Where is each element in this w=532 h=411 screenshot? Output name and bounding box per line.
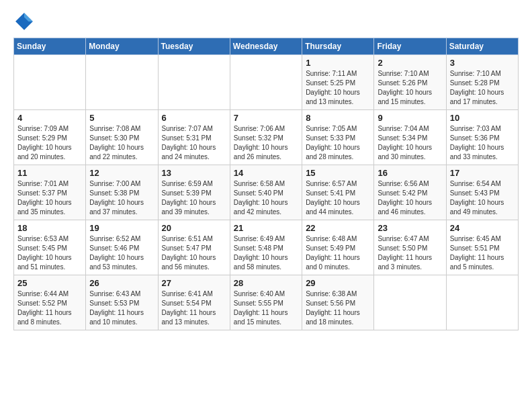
calendar-cell: 12Sunrise: 7:00 AM Sunset: 5:38 PM Dayli… — [86, 165, 158, 220]
header-day-wednesday: Wednesday — [230, 38, 302, 55]
day-number: 25 — [17, 278, 82, 288]
calendar-cell: 24Sunrise: 6:45 AM Sunset: 5:51 PM Dayli… — [446, 220, 518, 275]
day-number: 16 — [378, 168, 442, 178]
header-day-tuesday: Tuesday — [158, 38, 230, 55]
day-number: 15 — [306, 168, 370, 178]
calendar-cell — [158, 55, 230, 110]
header-day-thursday: Thursday — [302, 38, 374, 55]
day-info: Sunrise: 6:45 AM Sunset: 5:51 PM Dayligh… — [450, 234, 515, 272]
calendar-cell: 25Sunrise: 6:44 AM Sunset: 5:52 PM Dayli… — [14, 275, 86, 330]
day-info: Sunrise: 7:06 AM Sunset: 5:32 PM Dayligh… — [234, 124, 298, 162]
calendar-cell: 13Sunrise: 6:59 AM Sunset: 5:39 PM Dayli… — [158, 165, 230, 220]
calendar-cell: 29Sunrise: 6:38 AM Sunset: 5:56 PM Dayli… — [302, 275, 374, 330]
calendar-cell: 1Sunrise: 7:11 AM Sunset: 5:25 PM Daylig… — [302, 55, 374, 110]
calendar-cell: 17Sunrise: 6:54 AM Sunset: 5:43 PM Dayli… — [446, 165, 518, 220]
header — [13, 11, 519, 32]
day-info: Sunrise: 6:41 AM Sunset: 5:54 PM Dayligh… — [162, 289, 226, 327]
calendar-table: SundayMondayTuesdayWednesdayThursdayFrid… — [13, 38, 519, 330]
day-info: Sunrise: 6:52 AM Sunset: 5:46 PM Dayligh… — [89, 234, 154, 272]
day-number: 7 — [234, 113, 298, 123]
day-number: 24 — [450, 223, 515, 233]
calendar-cell: 10Sunrise: 7:03 AM Sunset: 5:36 PM Dayli… — [446, 110, 518, 165]
day-number: 19 — [89, 223, 154, 233]
calendar-cell: 11Sunrise: 7:01 AM Sunset: 5:37 PM Dayli… — [14, 165, 86, 220]
calendar-cell: 21Sunrise: 6:49 AM Sunset: 5:48 PM Dayli… — [230, 220, 302, 275]
logo — [13, 11, 38, 32]
day-info: Sunrise: 7:00 AM Sunset: 5:38 PM Dayligh… — [89, 179, 154, 217]
day-info: Sunrise: 6:40 AM Sunset: 5:55 PM Dayligh… — [234, 289, 298, 327]
day-number: 11 — [17, 168, 82, 178]
day-number: 20 — [162, 223, 226, 233]
day-number: 13 — [162, 168, 226, 178]
day-number: 23 — [378, 223, 442, 233]
day-number: 28 — [234, 278, 298, 288]
day-number: 26 — [89, 278, 154, 288]
day-number: 14 — [234, 168, 298, 178]
day-number: 10 — [450, 113, 515, 123]
day-info: Sunrise: 7:10 AM Sunset: 5:28 PM Dayligh… — [450, 69, 515, 107]
day-info: Sunrise: 7:05 AM Sunset: 5:33 PM Dayligh… — [306, 124, 370, 162]
calendar-cell — [446, 275, 518, 330]
logo-icon — [13, 11, 35, 32]
calendar-page: SundayMondayTuesdayWednesdayThursdayFrid… — [0, 0, 532, 411]
day-info: Sunrise: 6:44 AM Sunset: 5:52 PM Dayligh… — [17, 289, 82, 327]
calendar-cell: 18Sunrise: 6:53 AM Sunset: 5:45 PM Dayli… — [14, 220, 86, 275]
day-info: Sunrise: 7:11 AM Sunset: 5:25 PM Dayligh… — [306, 69, 370, 107]
calendar-cell: 8Sunrise: 7:05 AM Sunset: 5:33 PM Daylig… — [302, 110, 374, 165]
day-number: 22 — [306, 223, 370, 233]
calendar-cell: 28Sunrise: 6:40 AM Sunset: 5:55 PM Dayli… — [230, 275, 302, 330]
day-info: Sunrise: 6:54 AM Sunset: 5:43 PM Dayligh… — [450, 179, 515, 217]
day-info: Sunrise: 6:38 AM Sunset: 5:56 PM Dayligh… — [306, 289, 370, 327]
day-info: Sunrise: 6:59 AM Sunset: 5:39 PM Dayligh… — [162, 179, 226, 217]
day-number: 29 — [306, 278, 370, 288]
day-info: Sunrise: 6:51 AM Sunset: 5:47 PM Dayligh… — [162, 234, 226, 272]
day-number: 2 — [378, 58, 442, 68]
calendar-cell: 14Sunrise: 6:58 AM Sunset: 5:40 PM Dayli… — [230, 165, 302, 220]
header-day-sunday: Sunday — [14, 38, 86, 55]
header-day-monday: Monday — [86, 38, 158, 55]
day-number: 6 — [162, 113, 226, 123]
calendar-cell: 9Sunrise: 7:04 AM Sunset: 5:34 PM Daylig… — [374, 110, 446, 165]
calendar-cell — [86, 55, 158, 110]
day-info: Sunrise: 7:10 AM Sunset: 5:26 PM Dayligh… — [378, 69, 442, 107]
calendar-cell: 20Sunrise: 6:51 AM Sunset: 5:47 PM Dayli… — [158, 220, 230, 275]
day-number: 21 — [234, 223, 298, 233]
day-number: 12 — [89, 168, 154, 178]
calendar-cell: 16Sunrise: 6:56 AM Sunset: 5:42 PM Dayli… — [374, 165, 446, 220]
day-info: Sunrise: 7:09 AM Sunset: 5:29 PM Dayligh… — [17, 124, 82, 162]
day-info: Sunrise: 7:07 AM Sunset: 5:31 PM Dayligh… — [162, 124, 226, 162]
day-number: 4 — [17, 113, 82, 123]
day-info: Sunrise: 7:04 AM Sunset: 5:34 PM Dayligh… — [378, 124, 442, 162]
day-number: 27 — [162, 278, 226, 288]
calendar-cell: 15Sunrise: 6:57 AM Sunset: 5:41 PM Dayli… — [302, 165, 374, 220]
calendar-cell — [14, 55, 86, 110]
day-number: 8 — [306, 113, 370, 123]
calendar-cell: 3Sunrise: 7:10 AM Sunset: 5:28 PM Daylig… — [446, 55, 518, 110]
day-info: Sunrise: 6:47 AM Sunset: 5:50 PM Dayligh… — [378, 234, 442, 272]
calendar-cell: 6Sunrise: 7:07 AM Sunset: 5:31 PM Daylig… — [158, 110, 230, 165]
day-info: Sunrise: 7:08 AM Sunset: 5:30 PM Dayligh… — [89, 124, 154, 162]
week-row-3: 18Sunrise: 6:53 AM Sunset: 5:45 PM Dayli… — [14, 220, 519, 275]
header-day-saturday: Saturday — [446, 38, 518, 55]
day-number: 17 — [450, 168, 515, 178]
calendar-cell: 2Sunrise: 7:10 AM Sunset: 5:26 PM Daylig… — [374, 55, 446, 110]
calendar-cell: 5Sunrise: 7:08 AM Sunset: 5:30 PM Daylig… — [86, 110, 158, 165]
day-number: 9 — [378, 113, 442, 123]
day-info: Sunrise: 6:48 AM Sunset: 5:49 PM Dayligh… — [306, 234, 370, 272]
calendar-cell: 19Sunrise: 6:52 AM Sunset: 5:46 PM Dayli… — [86, 220, 158, 275]
calendar-cell: 27Sunrise: 6:41 AM Sunset: 5:54 PM Dayli… — [158, 275, 230, 330]
header-day-friday: Friday — [374, 38, 446, 55]
calendar-cell — [374, 275, 446, 330]
day-info: Sunrise: 6:49 AM Sunset: 5:48 PM Dayligh… — [234, 234, 298, 272]
day-info: Sunrise: 7:01 AM Sunset: 5:37 PM Dayligh… — [17, 179, 82, 217]
day-number: 18 — [17, 223, 82, 233]
day-number: 5 — [89, 113, 154, 123]
week-row-4: 25Sunrise: 6:44 AM Sunset: 5:52 PM Dayli… — [14, 275, 519, 330]
week-row-0: 1Sunrise: 7:11 AM Sunset: 5:25 PM Daylig… — [14, 55, 519, 110]
calendar-cell: 26Sunrise: 6:43 AM Sunset: 5:53 PM Dayli… — [86, 275, 158, 330]
calendar-cell: 23Sunrise: 6:47 AM Sunset: 5:50 PM Dayli… — [374, 220, 446, 275]
header-row: SundayMondayTuesdayWednesdayThursdayFrid… — [14, 38, 519, 55]
day-info: Sunrise: 6:53 AM Sunset: 5:45 PM Dayligh… — [17, 234, 82, 272]
calendar-cell: 7Sunrise: 7:06 AM Sunset: 5:32 PM Daylig… — [230, 110, 302, 165]
week-row-1: 4Sunrise: 7:09 AM Sunset: 5:29 PM Daylig… — [14, 110, 519, 165]
